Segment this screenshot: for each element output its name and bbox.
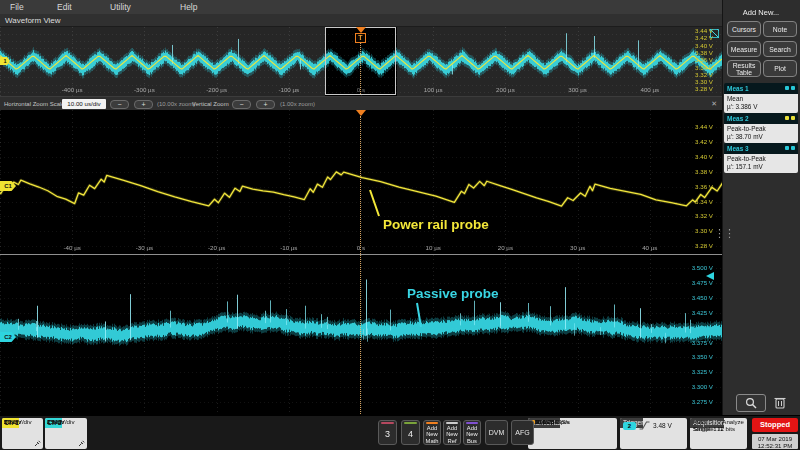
ch2-y-axis-label: 3.300 V (692, 383, 713, 390)
main-x-axis-label: 10 µs (426, 244, 441, 251)
main-x-axis-label: -10 µs (280, 244, 297, 251)
horizontal-panel[interactable]: Horizontal 100 µs/div 1 ms SR: 1.25 GS/s… (528, 418, 617, 449)
pane-divider (0, 254, 722, 255)
v-zoom-factor-label: (1.00x zoom) (280, 101, 315, 107)
h-zoom-increase-button[interactable]: + (134, 100, 153, 109)
overview-x-axis-label: 100 µs (424, 86, 443, 93)
acq-single: Single: 1 /1 (690, 425, 727, 432)
trigger-source-badge: 2 (623, 422, 636, 430)
oscilloscope-app: FileEditUtilityHelp Waveform View T 1 C1… (0, 0, 800, 450)
overview-x-axis-label: 200 µs (496, 86, 515, 93)
overview-x-axis-label: -200 µs (206, 86, 227, 93)
afg-button[interactable]: AFG (511, 420, 534, 445)
overview-y-axis-label: 3.40 V (695, 42, 713, 49)
ch2-y-axis-label: 3.325 V (692, 368, 713, 375)
vertical-zoom-label: Vertical Zoom (192, 101, 229, 107)
button-label: Add New Ref (444, 425, 460, 444)
probe-icon (34, 440, 41, 447)
menu-item-file[interactable]: File (10, 2, 24, 12)
main-y-axis-label: 3.44 V (695, 123, 713, 130)
measurement-card[interactable]: Meas 3Peak-to-Peakµ′: 157.1 mV (724, 143, 798, 173)
add-new-ref-button[interactable]: Add New Ref (443, 420, 461, 445)
overview-y-axis-label: 3.28 V (695, 85, 713, 92)
overview-x-axis-label: 0 s (357, 86, 365, 93)
ch3-button[interactable]: 3 (378, 420, 397, 445)
tab-waveform-view[interactable]: Waveform View (5, 16, 61, 25)
main-waveform-pane[interactable] (0, 110, 722, 254)
trash-icon (772, 395, 788, 410)
trigger-panel[interactable]: Trigger 2 3.48 V (620, 418, 687, 449)
ch1-bandwidth: 1 GHz (2, 418, 22, 425)
menu-item-utility[interactable]: Utility (110, 2, 131, 12)
overview-y-axis-label: 3.44 V (695, 27, 713, 34)
measurement-card[interactable]: Meas 2Peak-to-Peakµ′: 38.70 mV (724, 113, 798, 143)
datetime-display: 07 Mar 2019 12:52:31 PM (752, 434, 798, 449)
ch2-waveform-pane[interactable] (0, 255, 722, 415)
close-zoom-toolbar-icon[interactable]: ✕ (711, 100, 717, 108)
v-zoom-decrease-button[interactable]: − (232, 100, 251, 109)
overview-y-axis-label: 3.38 V (695, 49, 713, 56)
menu-item-edit[interactable]: Edit (57, 2, 72, 12)
main-x-axis-label: 40 µs (642, 244, 657, 251)
measurement-name: Meas 2 (727, 115, 749, 122)
pane-splitter-handle[interactable]: ⋮⋮ (714, 227, 734, 240)
ch2-y-axis-label: 3.400 V (692, 324, 713, 331)
overview-y-axis-label: 3.42 V (695, 34, 713, 41)
acquisition-panel[interactable]: Acquisition Auto, Analyze Sample: 12 bit… (690, 418, 747, 449)
main-x-axis-label: -40 µs (64, 244, 81, 251)
overview-x-axis-label: 400 µs (640, 86, 659, 93)
main-y-axis-label: 3.36 V (695, 183, 713, 190)
main-x-axis-label: -30 µs (136, 244, 153, 251)
dvm-button[interactable]: DVM (485, 420, 508, 445)
ch2-bandwidth: 1 GHz (45, 418, 65, 425)
measurement-card[interactable]: Meas 1Meanµ′: 3.386 V (724, 83, 798, 113)
add-new-title: Add New... (722, 8, 800, 17)
ch1-badge[interactable]: Ch 1 20 mV/div 50 Ω 1 GHz (2, 418, 43, 449)
zoom-tool-button[interactable] (736, 394, 766, 412)
measurement-source-icon (785, 116, 789, 120)
menu-item-help[interactable]: Help (180, 2, 197, 12)
channel-color-stripe (466, 422, 478, 424)
probe-icon (78, 440, 85, 447)
measurement-header[interactable]: Meas 3 (724, 143, 798, 154)
sidebar-button-results-table[interactable]: Results Table (727, 60, 761, 77)
measurement-type: Peak-to-Peak (727, 155, 795, 163)
overview-x-axis-label: -300 µs (134, 86, 155, 93)
measurement-body: Peak-to-Peakµ′: 38.70 mV (724, 124, 798, 143)
measurement-type: Mean (727, 95, 795, 103)
sidebar-button-search[interactable]: Search (763, 41, 797, 57)
sidebar-button-cursors[interactable]: Cursors (727, 21, 761, 37)
v-zoom-increase-button[interactable]: + (256, 100, 275, 109)
measurement-header[interactable]: Meas 2 (724, 113, 798, 124)
main-y-axis-label: 3.34 V (695, 198, 713, 205)
measurement-source-icon (785, 146, 789, 150)
measurement-name: Meas 3 (727, 145, 749, 152)
measurement-name: Meas 1 (727, 85, 749, 92)
main-x-axis-label: 20 µs (498, 244, 513, 251)
measurement-header[interactable]: Meas 1 (724, 83, 798, 94)
sidebar-button-note[interactable]: Note (763, 21, 797, 37)
trigger-marker-main[interactable] (356, 110, 366, 116)
trash-button[interactable] (772, 395, 790, 411)
horizontal-zoom-scale-value[interactable]: 10.00 us/div (62, 99, 106, 109)
acq-analyze: Analyze (722, 418, 744, 425)
button-label: Add New Math (424, 425, 440, 444)
channel-color-stripe (381, 422, 394, 424)
sidebar-button-plot[interactable]: Plot (763, 60, 797, 77)
main-x-axis-label: -20 µs (208, 244, 225, 251)
add-new-math-button[interactable]: Add New Math (423, 420, 441, 445)
ch2-y-axis-label: 3.375 V (692, 339, 713, 346)
ch2-badge[interactable]: Ch 2 25 mV/div 1 MΩ 1 GHz (45, 418, 87, 449)
add-new-bus-button[interactable]: Add New Bus (463, 420, 481, 445)
stopped-button[interactable]: Stopped (752, 418, 798, 432)
overview-x-axis-label: -100 µs (278, 86, 299, 93)
ch2-y-axis-label: 3.450 V (692, 294, 713, 301)
h-zoom-decrease-button[interactable]: − (110, 100, 129, 109)
ch4-button[interactable]: 4 (401, 420, 420, 445)
menu-bar: FileEditUtilityHelp (0, 0, 722, 14)
overview-y-axis-label: 3.34 V (695, 64, 713, 71)
measurement-source-icon (785, 86, 789, 90)
channel-color-stripe (446, 422, 458, 424)
trigger-flag[interactable]: T (355, 33, 366, 43)
sidebar-button-measure[interactable]: Measure (727, 41, 761, 57)
